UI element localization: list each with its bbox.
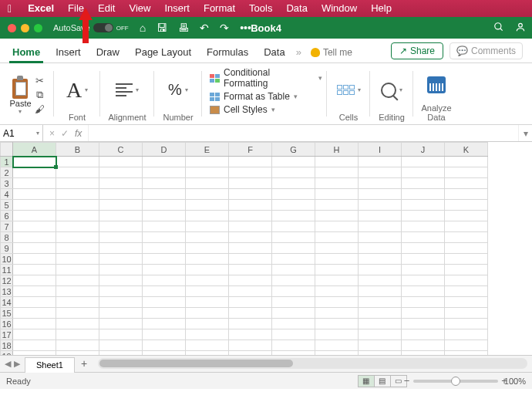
cell-H11[interactable] (315, 265, 359, 275)
cell-A14[interactable] (13, 297, 56, 308)
cell-E15[interactable] (186, 308, 229, 319)
cell-I14[interactable] (359, 297, 402, 308)
cell-D7[interactable] (143, 221, 186, 232)
cell-F1[interactable] (229, 157, 272, 167)
cell-H17[interactable] (315, 329, 359, 340)
cell-B15[interactable] (56, 308, 99, 319)
cell-G19[interactable] (272, 351, 315, 356)
cell-I13[interactable] (359, 286, 402, 297)
window-minimize-button[interactable] (21, 24, 29, 32)
cell-B4[interactable] (56, 189, 99, 200)
cell-B18[interactable] (56, 340, 99, 351)
cell-J7[interactable] (402, 221, 445, 232)
cells-icon[interactable] (337, 85, 355, 95)
cell-A12[interactable] (13, 275, 56, 286)
format-as-table-button[interactable]: Format as Table▾ (210, 91, 322, 102)
cell-H15[interactable] (315, 308, 359, 319)
cell-B5[interactable] (56, 200, 99, 211)
cell-E2[interactable] (186, 167, 229, 178)
cell-D5[interactable] (143, 200, 186, 211)
cell-B11[interactable] (56, 265, 99, 275)
tab-data[interactable]: Data (256, 42, 292, 62)
cell-C10[interactable] (99, 254, 143, 265)
col-header-J[interactable]: J (402, 143, 445, 157)
cell-A7[interactable] (13, 221, 56, 232)
tell-me[interactable]: Tell me (305, 42, 359, 62)
add-sheet-button[interactable]: + (75, 356, 93, 372)
cell-C14[interactable] (99, 297, 143, 308)
cell-K8[interactable] (445, 232, 488, 243)
cell-G7[interactable] (272, 221, 315, 232)
sheet-tab-1[interactable]: Sheet1 (25, 357, 75, 373)
cell-F4[interactable] (229, 189, 272, 200)
cell-C6[interactable] (99, 211, 143, 221)
cut-icon[interactable]: ✂ (35, 75, 44, 86)
cell-A9[interactable] (13, 243, 56, 254)
cell-H18[interactable] (315, 340, 359, 351)
row-header-13[interactable]: 13 (1, 286, 13, 297)
cell-G14[interactable] (272, 297, 315, 308)
row-header-1[interactable]: 1 (1, 157, 13, 167)
cell-K17[interactable] (445, 329, 488, 340)
cell-F3[interactable] (229, 178, 272, 189)
cell-I9[interactable] (359, 243, 402, 254)
cell-H4[interactable] (315, 189, 359, 200)
cell-I17[interactable] (359, 329, 402, 340)
cell-K1[interactable] (445, 157, 488, 167)
menu-format[interactable]: Format (197, 0, 242, 17)
cell-A11[interactable] (13, 265, 56, 275)
cell-H2[interactable] (315, 167, 359, 178)
row-header-11[interactable]: 11 (1, 265, 13, 275)
font-button[interactable]: A (66, 79, 82, 101)
paste-icon[interactable] (10, 74, 30, 99)
zoom-value[interactable]: 100% (504, 377, 526, 386)
cell-G16[interactable] (272, 319, 315, 329)
col-header-E[interactable]: E (186, 143, 229, 157)
cell-D12[interactable] (143, 275, 186, 286)
redo-icon[interactable]: ↷ (220, 22, 229, 34)
tab-insert[interactable]: Insert (48, 42, 89, 62)
col-header-A[interactable]: A (13, 143, 56, 157)
name-box[interactable]: A1▾ (0, 125, 43, 141)
search-icon[interactable] (493, 22, 504, 35)
editing-dropdown[interactable]: ▾ (399, 86, 402, 93)
cell-I19[interactable] (359, 351, 402, 356)
cell-H9[interactable] (315, 243, 359, 254)
cell-I6[interactable] (359, 211, 402, 221)
cell-J3[interactable] (402, 178, 445, 189)
cell-B1[interactable] (56, 157, 99, 167)
cell-C18[interactable] (99, 340, 143, 351)
cell-J19[interactable] (402, 351, 445, 356)
row-header-16[interactable]: 16 (1, 319, 13, 329)
cell-E11[interactable] (186, 265, 229, 275)
cell-B2[interactable] (56, 167, 99, 178)
cell-H7[interactable] (315, 221, 359, 232)
cell-styles-button[interactable]: Cell Styles▾ (210, 104, 322, 115)
cell-H14[interactable] (315, 297, 359, 308)
cell-A10[interactable] (13, 254, 56, 265)
row-header-5[interactable]: 5 (1, 200, 13, 211)
name-box-dropdown[interactable]: ▾ (36, 130, 39, 137)
cell-H1[interactable] (315, 157, 359, 167)
cells-dropdown[interactable]: ▾ (358, 86, 361, 93)
cell-J2[interactable] (402, 167, 445, 178)
view-page-layout-button[interactable]: ▤ (374, 375, 391, 387)
cell-D6[interactable] (143, 211, 186, 221)
cell-C8[interactable] (99, 232, 143, 243)
menu-tools[interactable]: Tools (242, 0, 279, 17)
cell-B14[interactable] (56, 297, 99, 308)
apple-menu-icon[interactable]:  (8, 2, 12, 15)
cell-D4[interactable] (143, 189, 186, 200)
home-icon[interactable]: ⌂ (140, 22, 146, 34)
cell-K7[interactable] (445, 221, 488, 232)
find-icon[interactable] (381, 83, 396, 98)
number-format-icon[interactable]: % (168, 81, 182, 99)
cell-E10[interactable] (186, 254, 229, 265)
cell-A5[interactable] (13, 200, 56, 211)
cell-E7[interactable] (186, 221, 229, 232)
cell-F12[interactable] (229, 275, 272, 286)
cell-F15[interactable] (229, 308, 272, 319)
row-header-19[interactable]: 19 (1, 351, 13, 356)
window-close-button[interactable] (8, 24, 16, 32)
cell-E4[interactable] (186, 189, 229, 200)
